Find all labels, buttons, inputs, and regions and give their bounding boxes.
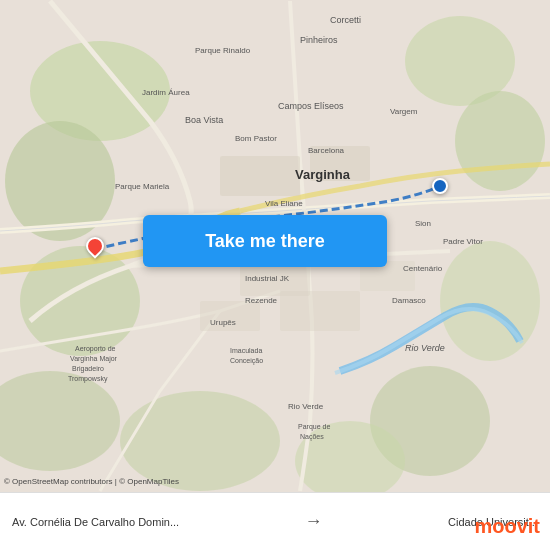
svg-text:Trompowsky: Trompowsky — [68, 375, 108, 383]
svg-text:Bom Pastor: Bom Pastor — [235, 134, 277, 143]
svg-text:Urupês: Urupês — [210, 318, 236, 327]
svg-text:Varginha: Varginha — [295, 167, 351, 182]
svg-text:Parque Rinaldo: Parque Rinaldo — [195, 46, 251, 55]
svg-text:Jardim Áurea: Jardim Áurea — [142, 88, 190, 97]
svg-text:Rezende: Rezende — [245, 296, 278, 305]
svg-text:Aeroporto de: Aeroporto de — [75, 345, 116, 353]
map-area: Corcetti Pinheiros Parque Rinaldo Jardim… — [0, 0, 550, 492]
svg-text:Sion: Sion — [415, 219, 431, 228]
svg-text:Padre Vitor: Padre Vitor — [443, 237, 483, 246]
take-me-there-button[interactable]: Take me there — [143, 215, 387, 267]
svg-text:Parque de: Parque de — [298, 423, 330, 431]
svg-text:Barcelona: Barcelona — [308, 146, 345, 155]
origin-marker — [86, 237, 104, 255]
svg-point-6 — [455, 91, 545, 191]
svg-text:Corcetti: Corcetti — [330, 15, 361, 25]
svg-text:Boa Vista: Boa Vista — [185, 115, 223, 125]
svg-text:Nações: Nações — [300, 433, 324, 441]
svg-point-9 — [120, 391, 280, 491]
svg-text:Brigadeiro: Brigadeiro — [72, 365, 104, 373]
svg-text:Industrial JK: Industrial JK — [245, 274, 290, 283]
svg-text:© OpenStreetMap contributors |: © OpenStreetMap contributors | © OpenMap… — [4, 477, 179, 486]
bottom-bar: Av. Cornélia De Carvalho Domin... → Cida… — [0, 492, 550, 550]
svg-text:Damasco: Damasco — [392, 296, 426, 305]
moovit-logo: moovit — [474, 515, 540, 538]
svg-text:Rio Verde: Rio Verde — [405, 343, 445, 353]
svg-rect-11 — [220, 156, 300, 196]
app-container: Corcetti Pinheiros Parque Rinaldo Jardim… — [0, 0, 550, 550]
arrow-icon: → — [305, 511, 323, 532]
svg-text:Rio Verde: Rio Verde — [288, 402, 324, 411]
svg-text:Varginha Major: Varginha Major — [70, 355, 118, 363]
moovit-text: moovit — [474, 515, 540, 538]
svg-text:Vila Eliane: Vila Eliane — [265, 199, 303, 208]
svg-text:Vargem: Vargem — [390, 107, 418, 116]
bottom-bar-from-section: Av. Cornélia De Carvalho Domin... — [12, 516, 179, 528]
svg-text:Centenário: Centenário — [403, 264, 443, 273]
svg-text:Imaculada: Imaculada — [230, 347, 262, 354]
svg-text:Parque Mariela: Parque Mariela — [115, 182, 170, 191]
svg-text:Conceição: Conceição — [230, 357, 263, 365]
svg-text:Pinheiros: Pinheiros — [300, 35, 338, 45]
svg-point-7 — [440, 241, 540, 361]
destination-marker — [432, 178, 448, 194]
from-label: Av. Cornélia De Carvalho Domin... — [12, 516, 179, 528]
svg-rect-15 — [280, 291, 360, 331]
svg-text:Campos Elíseos: Campos Elíseos — [278, 101, 344, 111]
